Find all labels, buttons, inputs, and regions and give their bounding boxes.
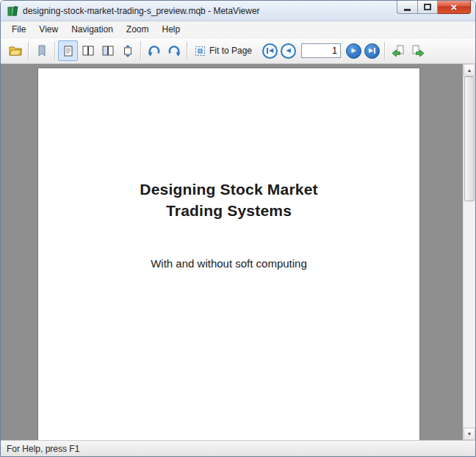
maximize-button[interactable]	[418, 0, 438, 14]
menu-view[interactable]: View	[32, 22, 65, 37]
book-pages-icon	[102, 46, 114, 56]
back-green-arrow-icon	[392, 45, 405, 57]
rotate-right-icon	[167, 45, 181, 57]
rotate-left-button[interactable]	[144, 40, 164, 61]
rotate-left-icon	[148, 45, 161, 57]
facing-pages-icon	[82, 46, 94, 56]
minimize-icon	[404, 9, 411, 11]
content-area: Designing Stock Market Trading Systems W…	[1, 64, 475, 440]
page-number-input[interactable]	[301, 43, 341, 58]
previous-page-button[interactable]: ◀	[281, 43, 296, 59]
fit-to-page-button[interactable]: Fit to Page	[190, 40, 261, 61]
toolbar: Fit to Page ◀ ◀ ▶ ▶	[1, 37, 475, 64]
left-triangle-icon: ◀	[286, 48, 290, 54]
forward-green-arrow-icon	[411, 45, 425, 57]
window-title: designing-stock-market-trading-s_preview…	[23, 6, 260, 16]
status-bar: For Help, press F1	[1, 440, 475, 456]
status-text: For Help, press F1	[7, 444, 79, 454]
vertical-scrollbar[interactable]: ▲ ▼	[463, 64, 475, 440]
open-file-button[interactable]	[5, 40, 25, 61]
menu-file[interactable]: File	[5, 22, 32, 37]
bookmark-icon	[37, 45, 46, 57]
continuous-scroll-button[interactable]	[118, 40, 137, 61]
menu-bar: File View Navigation Zoom Help	[1, 21, 475, 37]
toolbar-separator	[187, 42, 187, 60]
document-title: Designing Stock Market Trading Systems	[38, 68, 419, 222]
document-subtitle: With and without soft computing	[38, 257, 419, 270]
close-button[interactable]: ×	[438, 0, 471, 14]
maximize-icon	[424, 4, 431, 10]
toolbar-separator	[54, 42, 55, 60]
go-back-button[interactable]	[388, 40, 408, 61]
book-view-button[interactable]	[98, 40, 118, 61]
fit-to-page-label: Fit to Page	[209, 46, 252, 56]
caption-buttons: ×	[397, 0, 471, 14]
document-title-line2: Trading Systems	[38, 200, 419, 221]
menu-zoom[interactable]: Zoom	[120, 22, 156, 37]
fit-to-page-icon	[195, 46, 206, 57]
facing-pages-view-button[interactable]	[78, 40, 98, 61]
app-icon	[7, 5, 18, 17]
first-page-bar-icon	[267, 48, 268, 54]
menu-help[interactable]: Help	[156, 22, 187, 37]
go-forward-button[interactable]	[408, 40, 428, 61]
open-folder-icon	[9, 45, 22, 57]
scroll-down-button[interactable]: ▼	[464, 428, 475, 440]
document-canvas[interactable]: Designing Stock Market Trading Systems W…	[1, 64, 463, 440]
last-page-button[interactable]: ▶	[364, 43, 380, 59]
title-bar[interactable]: designing-stock-market-trading-s_preview…	[1, 1, 475, 21]
right-triangle-icon: ▶	[351, 48, 356, 54]
metaviewer-logo-icon	[7, 5, 18, 17]
scrollbar-track[interactable]	[464, 76, 475, 428]
rotate-right-button[interactable]	[164, 40, 184, 61]
document-page: Designing Stock Market Trading Systems W…	[38, 68, 419, 440]
toolbar-separator	[28, 42, 29, 60]
down-arrow-icon: ▼	[467, 431, 472, 436]
next-page-button[interactable]: ▶	[346, 43, 361, 59]
first-page-button[interactable]: ◀	[262, 43, 278, 59]
up-arrow-icon: ▲	[467, 68, 472, 73]
close-icon: ×	[451, 1, 458, 12]
menu-navigation[interactable]: Navigation	[65, 22, 120, 37]
last-page-bar-icon	[374, 48, 375, 54]
right-triangle-icon: ▶	[369, 48, 373, 54]
single-page-icon	[64, 46, 73, 57]
scrollbar-thumb[interactable]	[464, 76, 475, 201]
minimize-button[interactable]	[397, 0, 418, 14]
scroll-up-button[interactable]: ▲	[464, 64, 475, 76]
scroll-pages-icon	[123, 45, 132, 57]
toolbar-separator	[140, 42, 141, 60]
app-window: designing-stock-market-trading-s_preview…	[0, 0, 476, 457]
toolbar-separator	[384, 42, 385, 60]
document-title-line1: Designing Stock Market	[38, 179, 419, 200]
left-triangle-icon: ◀	[269, 48, 273, 54]
single-page-view-button[interactable]	[58, 40, 78, 61]
bookmarks-button[interactable]	[32, 40, 51, 61]
